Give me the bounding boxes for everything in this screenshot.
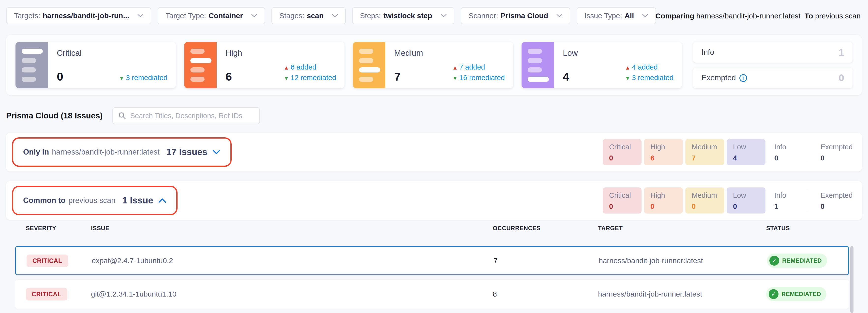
- info-exempted-column: Info 1 Exempted i 0: [693, 42, 852, 88]
- high-remediated-link[interactable]: 12 remediated: [284, 73, 336, 83]
- medium-remediated-link[interactable]: 16 remediated: [453, 73, 505, 83]
- filter-target-type-value: Container: [209, 11, 243, 20]
- status-badge: ✓ REMEDIATED: [766, 287, 827, 301]
- filter-scanner-value: Prisma Cloud: [501, 11, 548, 20]
- chevron-down-icon: [556, 14, 562, 18]
- comparing-baseline: previous scan: [815, 12, 861, 20]
- high-severity-icon: [184, 42, 217, 88]
- medium-summary-card: Medium 7 7 added 16 remediated: [353, 42, 513, 88]
- only-in-count: 17 Issues: [166, 147, 208, 157]
- critical-severity-icon: [16, 42, 48, 88]
- check-circle-icon: ✓: [769, 256, 779, 266]
- info-tooltip-icon[interactable]: i: [739, 74, 747, 82]
- chevron-down-icon: [137, 14, 143, 18]
- filter-steps-label: Steps:: [360, 11, 381, 20]
- search-box[interactable]: [112, 107, 260, 124]
- issue-row-git[interactable]: CRITICAL git@1:2.34.1-1ubuntu1.10 8 harn…: [15, 280, 849, 309]
- search-icon: [118, 112, 126, 120]
- filter-stages-label: Stages:: [279, 11, 304, 20]
- high-summary-card: High 6 6 added 12 remediated: [184, 42, 344, 88]
- col-occurrences: OCCURRENCES: [493, 225, 598, 232]
- col-severity: SEVERITY: [26, 225, 91, 232]
- chevron-down-icon: [642, 14, 648, 18]
- low-added-link[interactable]: 4 added: [625, 62, 674, 73]
- filter-target-type[interactable]: Target Type: Container: [158, 7, 265, 24]
- search-input[interactable]: [130, 112, 254, 120]
- severity-badge: CRITICAL: [27, 254, 68, 267]
- target-name: harness/bandit-job-runner:latest: [598, 290, 766, 298]
- low-severity-icon: [522, 42, 554, 88]
- exempted-label: Exempted: [702, 73, 736, 82]
- issues-header: Prisma Cloud (18 Issues): [6, 107, 260, 124]
- chevron-down-icon: [332, 14, 338, 18]
- critical-count: 0: [57, 70, 63, 83]
- filter-steps-value: twistlock step: [383, 11, 432, 20]
- filter-targets-value: harness/bandit-job-run...: [43, 11, 129, 20]
- chip-divider: [807, 190, 807, 211]
- vertical-scrollbar-thumb[interactable]: [850, 246, 854, 313]
- medium-label: Medium: [394, 48, 505, 58]
- info-label: Info: [702, 48, 714, 57]
- chip-medium: Medium 7: [685, 139, 724, 165]
- comparing-label: Comparing harness/bandit-job-runner:late…: [655, 12, 861, 20]
- filter-steps[interactable]: Steps: twistlock step: [352, 7, 454, 24]
- issue-row-expat[interactable]: CRITICAL expat@2.4.7-1ubuntu0.2 7 harnes…: [15, 246, 849, 275]
- issues-table-header: SEVERITY ISSUE OCCURRENCES TARGET STATUS: [15, 225, 849, 232]
- info-summary-card: Info 1: [693, 42, 852, 63]
- common-to-section: Common to previous scan 1 Issue Critical…: [6, 181, 862, 220]
- issue-name: git@1:2.34.1-1ubuntu1.10: [91, 290, 493, 298]
- common-to-prefix: Common to: [23, 196, 65, 205]
- low-summary-card: Low 4 4 added 3 remediated: [522, 42, 682, 88]
- filter-scanner[interactable]: Scanner: Prisma Cloud: [461, 7, 570, 24]
- exempted-summary-card: Exempted i 0: [693, 68, 852, 88]
- filter-targets[interactable]: Targets: harness/bandit-job-run...: [6, 7, 151, 24]
- chip-critical: Critical 0: [603, 139, 642, 165]
- low-remediated-link[interactable]: 3 remediated: [625, 73, 674, 83]
- chip-info: Info 0: [768, 139, 800, 165]
- low-label: Low: [563, 48, 674, 58]
- chip-exempted: Exempted 0: [814, 187, 846, 213]
- comparing-prefix: Comparing: [655, 12, 694, 20]
- filter-issue-type[interactable]: Issue Type: All: [577, 7, 656, 24]
- exempted-count: 0: [839, 72, 844, 83]
- filter-bar: Targets: harness/bandit-job-run... Targe…: [6, 7, 656, 24]
- medium-count: 7: [394, 70, 401, 83]
- chevron-down-icon: [441, 14, 446, 18]
- chevron-up-icon[interactable]: [158, 198, 166, 203]
- chip-divider: [807, 141, 807, 163]
- status-badge: ✓ REMEDIATED: [767, 253, 827, 268]
- only-in-section: Only in harness/bandit-job-runner:latest…: [6, 133, 862, 172]
- filter-stages[interactable]: Stages: scan: [272, 7, 346, 24]
- security-tests-dashboard: Targets: harness/bandit-job-run... Targe…: [0, 0, 868, 313]
- comparing-connector: To: [805, 12, 813, 20]
- filter-issue-type-value: All: [625, 11, 634, 20]
- filter-scanner-label: Scanner:: [469, 11, 498, 20]
- col-target: TARGET: [598, 225, 766, 232]
- filter-stages-value: scan: [307, 11, 323, 20]
- chip-info: Info 1: [768, 187, 800, 213]
- chevron-down-icon: [251, 14, 257, 18]
- page-title: Prisma Cloud (18 Issues): [6, 111, 102, 120]
- chip-high: High 0: [644, 187, 683, 213]
- medium-added-link[interactable]: 7 added: [453, 62, 505, 73]
- issue-name: expat@2.4.7-1ubuntu0.2: [92, 256, 494, 265]
- chevron-down-icon[interactable]: [212, 149, 221, 155]
- chip-critical: Critical 0: [603, 187, 642, 213]
- only-in-toggle[interactable]: Only in harness/bandit-job-runner:latest…: [12, 137, 231, 167]
- critical-label: Critical: [57, 48, 167, 58]
- info-count: 1: [839, 47, 844, 58]
- common-to-severity-chips: Critical 0 High 0 Medium 0 Low 0 Info 1 …: [603, 187, 848, 213]
- chip-low: Low 0: [726, 187, 766, 213]
- common-to-toggle[interactable]: Common to previous scan 1 Issue: [12, 186, 178, 215]
- occurrences-count: 8: [493, 290, 598, 298]
- occurrences-count: 7: [494, 256, 599, 265]
- only-in-target: harness/bandit-job-runner:latest: [52, 148, 160, 156]
- chip-low: Low 4: [726, 139, 766, 165]
- severity-summary-band: Critical 0 3 remediated High 6: [6, 35, 862, 95]
- col-issue: ISSUE: [91, 225, 493, 232]
- high-added-link[interactable]: 6 added: [284, 62, 336, 73]
- critical-remediated-link[interactable]: 3 remediated: [119, 73, 167, 83]
- filter-target-type-label: Target Type:: [165, 11, 206, 20]
- chip-high: High 6: [644, 139, 683, 165]
- target-name: harness/bandit-job-runner:latest: [599, 256, 767, 265]
